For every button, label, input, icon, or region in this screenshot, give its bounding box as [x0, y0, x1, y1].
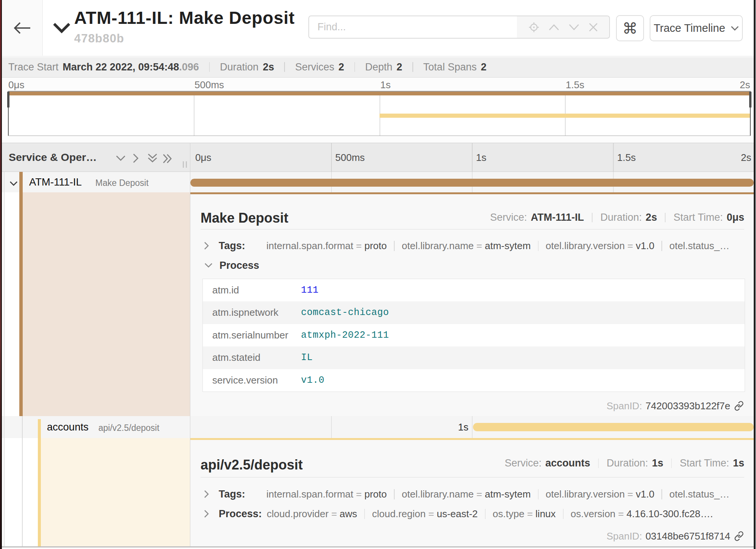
detail-meta: Service: ATM-111-IL Duration: 2s Start T… — [490, 212, 744, 223]
minimap-tick-4: 2s — [740, 79, 750, 91]
item-key: otel.library.version — [546, 488, 625, 500]
services-label: Services — [295, 61, 334, 73]
field-key: service.version — [203, 369, 301, 392]
span-duration-label: 1s — [458, 421, 468, 433]
minimap-gridline — [194, 92, 194, 136]
span-color-strip-accounts — [38, 419, 41, 546]
ruler-tick-4: 2s — [741, 152, 751, 164]
collapse-all-double-chevron-icon[interactable] — [147, 153, 158, 163]
name-column-divider[interactable] — [190, 143, 191, 546]
item-value: atm-sytem — [485, 488, 530, 500]
row-service-name: accounts — [47, 421, 89, 433]
span-id-label: SpanID: — [607, 530, 642, 542]
chevron-down-icon — [204, 262, 213, 268]
timeline-bottom-border — [2, 546, 754, 547]
item-value: 4.16.10-300.fc28…. — [627, 508, 713, 519]
span-row-accounts[interactable]: accounts api/v2.5/deposit 1s — [2, 416, 754, 438]
tag-item: internal.span.format=proto — [266, 240, 387, 252]
row-operation-name: Make Deposit — [95, 178, 149, 188]
item-key: otel.status_… — [669, 240, 730, 251]
minimap-left-scrubber[interactable] — [7, 92, 9, 108]
collapse-all-chevron-down-icon[interactable] — [115, 155, 126, 162]
item-value: us-east-2 — [437, 508, 478, 519]
span-bar-atm[interactable] — [190, 179, 754, 187]
collapse-trace-chevron-icon[interactable] — [53, 22, 71, 34]
divider — [538, 241, 539, 251]
minimap-right-scrubber[interactable] — [749, 92, 751, 108]
copy-link-icon[interactable] — [734, 531, 744, 541]
span-bar-accounts[interactable] — [473, 423, 754, 431]
ruler-gridline — [331, 143, 332, 172]
trace-view-selector[interactable]: Trace Timeline — [650, 15, 743, 41]
total-spans-label: Total Spans — [423, 61, 477, 73]
item-value: proto — [364, 488, 387, 500]
span-id-value: 03148be6751f8714 — [646, 530, 730, 542]
trace-start-label: Trace Start — [8, 61, 59, 73]
row-service-name: ATM-111-IL — [29, 176, 82, 188]
service-label: Service: — [505, 457, 542, 469]
equals-sign: = — [328, 508, 339, 519]
copy-link-icon[interactable] — [734, 401, 744, 411]
chevron-right-icon — [204, 489, 210, 499]
back-arrow-icon — [14, 22, 31, 34]
ruler-tick-2: 1s — [476, 152, 486, 164]
equals-sign: = — [625, 240, 636, 251]
tag-item: otel.library.name=atm-sytem — [402, 240, 531, 252]
find-next-icon[interactable] — [568, 24, 580, 31]
divider — [201, 477, 744, 478]
divider — [538, 489, 539, 499]
minimap-tick-0: 0μs — [8, 79, 24, 91]
find-controls — [517, 16, 610, 39]
table-row: atm.serialnumber atmxph-2022-111 — [203, 324, 745, 347]
find-prev-icon[interactable] — [548, 24, 560, 31]
divider — [661, 489, 662, 499]
clear-find-icon[interactable] — [588, 22, 598, 32]
item-value: linux — [535, 508, 555, 519]
tag-item-truncated: otel.status_… — [669, 488, 730, 500]
process-item: os.type=linux — [493, 508, 556, 520]
locate-icon[interactable] — [528, 22, 540, 33]
column-resize-grip[interactable] — [183, 161, 187, 168]
trace-page-header: ATM-111-IL: Make Deposit 478b80b ⌘ Trace… — [2, 0, 754, 56]
divider — [201, 229, 744, 230]
start-time-label: Start Time: — [674, 212, 723, 223]
divider — [563, 509, 564, 519]
tags-row[interactable]: Tags: internal.span.format=proto otel.li… — [204, 488, 730, 500]
span-row-atm[interactable]: ATM-111-IL Make Deposit — [2, 172, 754, 192]
item-key: internal.span.format — [266, 240, 353, 251]
duration-value: 1s — [652, 457, 663, 469]
process-label: Process — [219, 260, 259, 271]
minimap-canvas[interactable] — [8, 91, 751, 136]
row-collapse-chevron-icon[interactable] — [9, 181, 18, 186]
process-row[interactable]: Process: cloud.provider=aws cloud.region… — [204, 508, 713, 520]
duration-value: 2s — [263, 61, 274, 73]
trace-start-date: March 22 2022, 09:54:48 — [63, 61, 179, 73]
field-value: IL — [301, 346, 745, 369]
item-key: cloud.region — [372, 508, 426, 519]
tags-row[interactable]: Tags: internal.span.format=proto otel.li… — [204, 240, 730, 252]
expand-chevron-right-icon[interactable] — [132, 153, 139, 164]
row-gridline — [331, 416, 332, 438]
expand-all-double-chevron-icon[interactable] — [163, 153, 173, 164]
process-section-header[interactable]: Process — [204, 260, 259, 271]
item-key: os.version — [571, 508, 616, 519]
keyboard-shortcuts-button[interactable]: ⌘ — [616, 15, 644, 41]
process-item: os.version=4.16.10-300.fc28…. — [571, 508, 713, 520]
item-value: v1.0 — [636, 488, 654, 500]
back-button[interactable] — [2, 0, 43, 56]
detail-meta: Service: accounts Duration: 1s Start Tim… — [505, 457, 744, 469]
depth-value: 2 — [397, 61, 402, 73]
trace-start-fraction: .096 — [179, 61, 199, 73]
row-operation-name: api/v2.5/deposit — [98, 423, 159, 433]
chevron-down-icon — [731, 26, 739, 31]
item-value: aws — [340, 508, 357, 519]
span-detail-card-atm: Make Deposit Service: ATM-111-IL Duratio… — [190, 194, 754, 416]
item-key: internal.span.format — [266, 488, 353, 500]
span-tint-column-accounts — [41, 438, 190, 546]
divider — [671, 459, 672, 468]
find-input[interactable] — [308, 16, 517, 39]
tag-item: otel.library.name=atm-sytem — [402, 488, 531, 500]
equals-sign: = — [616, 508, 627, 519]
item-key: otel.library.version — [546, 240, 625, 251]
divider — [209, 62, 210, 72]
